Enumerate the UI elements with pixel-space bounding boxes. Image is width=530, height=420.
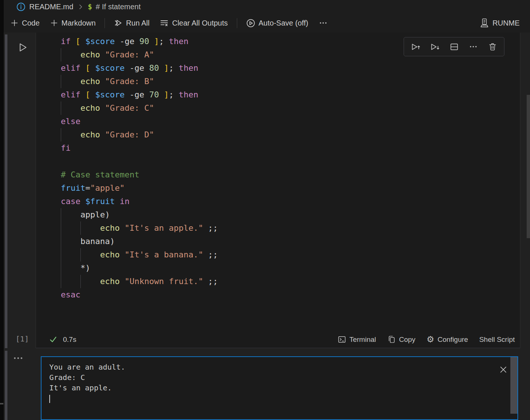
- output-lines: You are an adult.Grade: CIt's an apple.: [49, 362, 125, 403]
- code-line[interactable]: echo "Grade: D": [36, 128, 515, 141]
- toolbar-divider: [237, 18, 237, 28]
- code-line[interactable]: fi: [36, 141, 515, 155]
- execute-below-button[interactable]: [429, 41, 440, 52]
- indent-guide: [61, 128, 61, 141]
- breadcrumb-cell-kind: $: [88, 3, 92, 11]
- close-output-icon[interactable]: [499, 365, 508, 374]
- code-line[interactable]: else: [36, 115, 515, 128]
- indent-guide: [61, 221, 61, 235]
- language-picker[interactable]: Shell Script: [479, 336, 515, 344]
- code-line[interactable]: case $fruit in: [36, 195, 515, 208]
- code-line[interactable]: [36, 155, 515, 168]
- code-line[interactable]: elif [ $score -ge 70 ]; then: [36, 88, 515, 101]
- output-cursor-line: [49, 393, 125, 403]
- runme-extension-button[interactable]: RUNME: [474, 16, 525, 30]
- copy-label: Copy: [399, 336, 415, 344]
- gear-icon: ⚙: [427, 335, 434, 344]
- autosave-toggle-button[interactable]: Auto-Save (off): [241, 16, 314, 30]
- toolbar-divider: [105, 18, 105, 28]
- terminal-icon: [338, 335, 346, 344]
- add-code-cell-button[interactable]: Code: [5, 16, 45, 30]
- output-line: You are an adult.: [49, 362, 125, 372]
- run-all-icon: [114, 19, 123, 27]
- language-label: Shell Script: [479, 336, 515, 344]
- code-line[interactable]: apple): [36, 208, 515, 221]
- cell-focus-bar[interactable]: [5, 351, 7, 420]
- breadcrumb-file[interactable]: README.md: [29, 3, 73, 11]
- configure-label: Configure: [438, 336, 468, 344]
- cell-toolbar: [404, 37, 504, 56]
- copy-icon: [387, 335, 396, 344]
- indent-guide: [61, 48, 61, 61]
- delete-cell-button[interactable]: [487, 41, 498, 52]
- code-line[interactable]: echo "Grade: C": [36, 101, 515, 115]
- execution-duration: 0.7s: [63, 336, 76, 344]
- code-lines: if [ $score -ge 90 ]; then echo "Grade: …: [36, 35, 515, 301]
- run-all-button[interactable]: Run All: [109, 16, 155, 30]
- add-markdown-cell-button[interactable]: Markdown: [45, 16, 101, 30]
- cell-focus-bar[interactable]: [5, 34, 7, 348]
- configure-button[interactable]: ⚙ Configure: [427, 335, 468, 344]
- indent-guide: [61, 101, 61, 115]
- plus-icon: [50, 19, 58, 27]
- notebook-window: README.md $ # If statement Code Markdown: [0, 0, 530, 420]
- info-icon[interactable]: [16, 2, 26, 11]
- indent-guide: [61, 261, 61, 275]
- code-line[interactable]: echo "Unknown fruit." ;;: [36, 275, 515, 288]
- output-scrollbar[interactable]: [510, 357, 517, 414]
- toolbar-more-actions-button[interactable]: [314, 16, 333, 30]
- more-actions-icon[interactable]: [468, 41, 479, 52]
- execution-count: [1]: [14, 334, 30, 343]
- code-line[interactable]: fruit="apple": [36, 181, 515, 195]
- execute-above-button[interactable]: [410, 41, 421, 52]
- code-line[interactable]: esac: [36, 288, 515, 301]
- terminal-cursor: [49, 395, 50, 403]
- notebook-scrollbar[interactable]: [527, 95, 530, 238]
- output-line: It's an apple.: [49, 383, 125, 393]
- split-cell-button[interactable]: [448, 41, 460, 52]
- code-line[interactable]: echo "Grade: B": [36, 75, 515, 88]
- indent-guide: [61, 75, 61, 88]
- autosave-label: Auto-Save (off): [259, 19, 308, 27]
- clear-all-outputs-label: Clear All Outputs: [172, 19, 228, 27]
- breadcrumb-cell-title[interactable]: # If statement: [96, 3, 140, 11]
- terminal-button[interactable]: Terminal: [338, 335, 376, 344]
- indent-guide: [80, 275, 81, 288]
- success-check-icon: [49, 335, 58, 344]
- ellipsis-icon: [319, 19, 328, 27]
- run-all-label: Run All: [126, 19, 149, 27]
- chevron-right-icon: [77, 3, 84, 10]
- notebook-toolbar: Code Markdown Run All: [4, 13, 530, 33]
- cell-editor: if [ $score -ge 90 ]; then echo "Grade: …: [36, 33, 520, 348]
- indent-guide: [80, 248, 81, 261]
- indent-guide: [61, 248, 61, 261]
- cell-output-terminal[interactable]: You are an adult.Grade: CIt's an apple.: [41, 356, 518, 420]
- runme-logo-icon: [480, 18, 489, 28]
- indent-guide: [80, 221, 81, 235]
- code-line[interactable]: *): [36, 261, 515, 275]
- code-line[interactable]: # Case statement: [36, 168, 515, 181]
- output-menu-button[interactable]: [13, 353, 24, 364]
- code-line[interactable]: echo "It's an apple." ;;: [36, 221, 515, 235]
- plus-icon: [10, 19, 19, 27]
- indent-guide: [61, 208, 61, 221]
- clear-all-outputs-button[interactable]: Clear All Outputs: [155, 16, 233, 30]
- add-code-label: Code: [22, 19, 40, 27]
- left-rail: [0, 0, 4, 420]
- cell-status-bar: 0.7s Terminal: [36, 331, 520, 348]
- run-cell-button[interactable]: [16, 41, 28, 53]
- play-circle-icon: [246, 19, 255, 28]
- runme-label: RUNME: [493, 19, 520, 27]
- add-markdown-label: Markdown: [62, 19, 96, 27]
- indent-guide: [61, 235, 61, 248]
- output-line: Grade: C: [49, 372, 125, 383]
- code-line[interactable]: banana): [36, 235, 515, 248]
- code-line[interactable]: elif [ $score -ge 80 ]; then: [36, 61, 515, 75]
- clear-all-icon: [160, 19, 169, 27]
- left-rail-divider: [0, 403, 3, 404]
- breadcrumb: README.md $ # If statement: [4, 0, 530, 13]
- code-line[interactable]: echo "It's a banana." ;;: [36, 248, 515, 261]
- copy-button[interactable]: Copy: [387, 335, 415, 344]
- indent-guide: [61, 275, 61, 288]
- terminal-label: Terminal: [350, 336, 376, 344]
